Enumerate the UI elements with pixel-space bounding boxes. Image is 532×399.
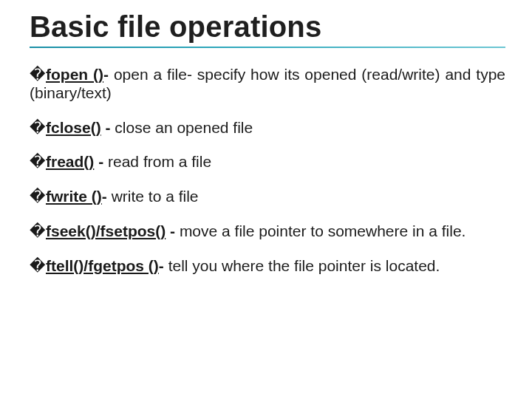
separator: - (102, 188, 112, 205)
page-title: Basic file operations (30, 10, 505, 44)
list-item: �fwrite ()- write to a file (30, 188, 505, 206)
function-name: fwrite () (46, 188, 102, 205)
description: tell you where the file pointer is locat… (168, 257, 440, 274)
list-item: �fread() - read from a file (30, 153, 505, 171)
description: move a file pointer to somewhere in a fi… (180, 222, 466, 239)
bullet-icon: � (30, 66, 46, 84)
list-item: �fseek()/fsetpos() - move a file pointer… (30, 222, 505, 241)
bullet-icon: � (30, 188, 46, 206)
function-name: ftell()/fgetpos () (46, 257, 159, 274)
item-list: �fopen ()- open a file- specify how its … (30, 66, 505, 275)
description: write to a file (112, 188, 199, 205)
list-item: �ftell()/fgetpos ()- tell you where the … (30, 257, 505, 276)
description: close an opened file (115, 119, 253, 136)
function-name: fseek()/fsetpos() (46, 222, 166, 239)
separator: - (166, 222, 180, 239)
separator: - (94, 153, 108, 170)
function-name: fopen () (46, 66, 103, 83)
slide: Basic file operations �fopen ()- open a … (0, 0, 532, 399)
bullet-icon: � (30, 257, 46, 276)
bullet-icon: � (30, 119, 46, 137)
separator: - (159, 257, 168, 274)
function-name: fread() (46, 153, 94, 170)
function-name: fclose() (46, 119, 101, 136)
title-underline (30, 47, 505, 48)
bullet-icon: � (30, 222, 46, 241)
bullet-icon: � (30, 153, 46, 171)
separator: - (103, 66, 114, 83)
list-item: �fclose() - close an opened file (30, 119, 505, 137)
separator: - (101, 119, 115, 136)
description: read from a file (108, 153, 211, 170)
list-item: �fopen ()- open a file- specify how its … (30, 66, 505, 103)
